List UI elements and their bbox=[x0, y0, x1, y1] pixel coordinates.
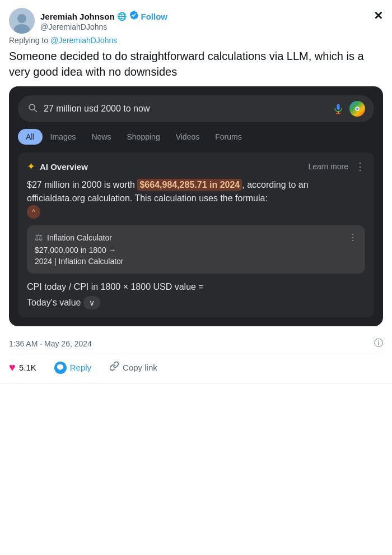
svg-rect-3 bbox=[337, 104, 340, 110]
copy-link-action[interactable]: Copy link bbox=[109, 361, 157, 374]
ai-content-text: $27 million in 2000 is worth $664,984,28… bbox=[27, 178, 365, 219]
avatar[interactable] bbox=[9, 8, 35, 34]
tweet-text: Someone decided to do straightforward ca… bbox=[9, 48, 383, 80]
cpi-formula: CPI today / CPI in 1800 × 1800 USD value… bbox=[27, 282, 204, 292]
svg-point-7 bbox=[356, 108, 358, 110]
timestamp-text: 1:36 AM · May 26, 2024 bbox=[9, 339, 92, 348]
display-name: Jeremiah Johnson bbox=[40, 12, 115, 21]
tweet-header-left: Jeremiah Johnson 🌐 Follow @JeremiahDJohn… bbox=[9, 8, 167, 34]
replying-to: Replying to @JeremiahDJohns bbox=[9, 36, 383, 45]
like-count: 5.1K bbox=[19, 363, 36, 372]
inflation-dots-icon[interactable]: ⋮ bbox=[348, 232, 357, 243]
copy-link-icon bbox=[109, 361, 119, 374]
tab-images[interactable]: Images bbox=[43, 129, 84, 145]
inflation-card-text: $27,000,000 in 1800 →2024 | Inflation Ca… bbox=[35, 245, 357, 267]
inflation-card: ⚖ Inflation Calculator ⋮ $27,000,000 in … bbox=[27, 225, 365, 274]
reply-action[interactable]: Reply bbox=[54, 362, 91, 374]
display-name-row: Jeremiah Johnson 🌐 Follow bbox=[40, 10, 167, 22]
tweet-actions: ♥ 5.1K Reply Copy link bbox=[9, 354, 383, 383]
cpi-formula-text: CPI today / CPI in 1800 × 1800 USD value… bbox=[27, 280, 365, 309]
heart-icon: ♥ bbox=[9, 361, 16, 374]
ai-overview-box: ✦ AI Overview Learn more ⋮ $27 million i… bbox=[18, 152, 374, 317]
ai-star-icon: ✦ bbox=[27, 160, 35, 173]
like-action[interactable]: ♥ 5.1K bbox=[9, 361, 36, 374]
tweet-container: Jeremiah Johnson 🌐 Follow @JeremiahDJohn… bbox=[0, 0, 392, 383]
formula-expand-button[interactable]: ^ bbox=[27, 205, 365, 219]
dots-menu-icon[interactable]: ⋮ bbox=[355, 160, 365, 173]
info-icon[interactable]: ⓘ bbox=[374, 337, 383, 349]
search-tabs: All Images News Shopping Videos Forums bbox=[18, 129, 374, 145]
search-query-text: 27 million usd 2000 to now bbox=[44, 104, 327, 114]
replying-to-handle[interactable]: @JeremiahDJohns bbox=[50, 36, 117, 45]
reply-label: Reply bbox=[70, 363, 91, 372]
ai-overview-title: AI Overview bbox=[40, 162, 88, 172]
cpi-dropdown-button[interactable]: ∨ bbox=[83, 296, 100, 309]
ai-highlight-value: $664,984,285.71 in 2024 bbox=[137, 179, 242, 191]
ai-overview-left: ✦ AI Overview bbox=[27, 160, 88, 173]
search-icon bbox=[27, 102, 38, 116]
mic-icon bbox=[333, 103, 344, 114]
inflation-card-header: ⚖ Inflation Calculator ⋮ bbox=[35, 232, 357, 243]
inflation-card-left: ⚖ Inflation Calculator bbox=[35, 232, 112, 243]
tab-shopping[interactable]: Shopping bbox=[119, 129, 168, 145]
globe-icon: 🌐 bbox=[117, 12, 127, 21]
tweet-header: Jeremiah Johnson 🌐 Follow @JeremiahDJohn… bbox=[9, 8, 383, 34]
tab-news[interactable]: News bbox=[83, 129, 119, 145]
svg-point-1 bbox=[17, 14, 26, 23]
tab-forums[interactable]: Forums bbox=[207, 129, 249, 145]
ai-overview-header: ✦ AI Overview Learn more ⋮ bbox=[27, 160, 365, 173]
learn-more-link[interactable]: Learn more bbox=[308, 162, 348, 171]
cpi-result: Today's value bbox=[27, 298, 81, 307]
copy-link-label: Copy link bbox=[123, 363, 157, 372]
verified-icon bbox=[129, 10, 139, 22]
google-lens-icon bbox=[349, 101, 365, 117]
scale-icon: ⚖ bbox=[35, 232, 43, 243]
inflation-card-title: Inflation Calculator bbox=[47, 233, 112, 242]
user-info: Jeremiah Johnson 🌐 Follow @JeremiahDJohn… bbox=[40, 10, 167, 31]
username: @JeremiahDJohns bbox=[40, 22, 167, 31]
google-screenshot-card: 27 million usd 2000 to now All Images Ne… bbox=[9, 86, 383, 326]
ai-overview-right: Learn more ⋮ bbox=[308, 160, 365, 173]
tab-videos[interactable]: Videos bbox=[168, 129, 208, 145]
tweet-timestamp: 1:36 AM · May 26, 2024 ⓘ bbox=[9, 333, 383, 354]
expand-btn[interactable]: ^ bbox=[27, 205, 40, 219]
ai-content-start: $27 million in 2000 is worth bbox=[27, 180, 137, 189]
x-logo: ✕ bbox=[374, 9, 383, 22]
reply-icon bbox=[54, 362, 67, 374]
tab-all[interactable]: All bbox=[18, 129, 43, 145]
follow-button[interactable]: Follow bbox=[141, 12, 168, 21]
search-bar: 27 million usd 2000 to now bbox=[18, 95, 374, 122]
